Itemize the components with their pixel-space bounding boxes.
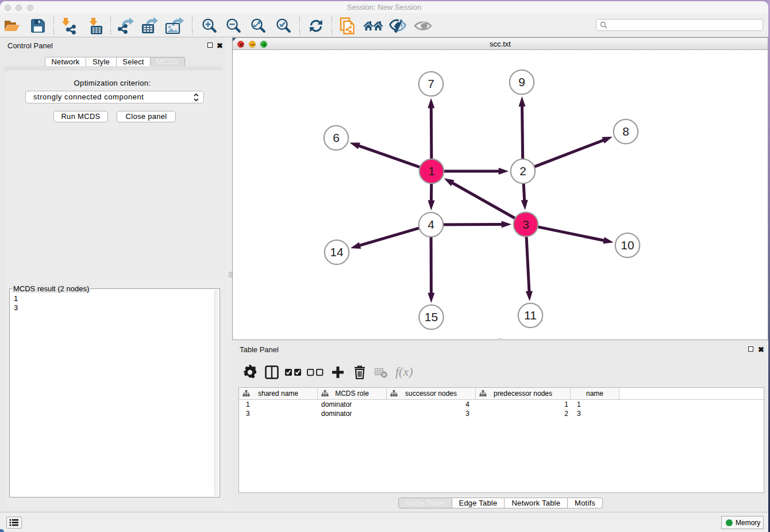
svg-text:4: 4 — [428, 218, 434, 231]
svg-text:11: 11 — [524, 309, 537, 322]
svg-text:7: 7 — [428, 77, 434, 90]
svg-text:6: 6 — [333, 131, 340, 144]
svg-text:9: 9 — [518, 75, 525, 88]
svg-text:10: 10 — [621, 238, 634, 252]
svg-text:14: 14 — [330, 245, 344, 259]
svg-text:8: 8 — [622, 125, 629, 138]
svg-text:2: 2 — [519, 164, 526, 178]
svg-text:1: 1 — [428, 164, 435, 178]
svg-text:3: 3 — [522, 218, 529, 231]
svg-text:15: 15 — [425, 310, 438, 323]
